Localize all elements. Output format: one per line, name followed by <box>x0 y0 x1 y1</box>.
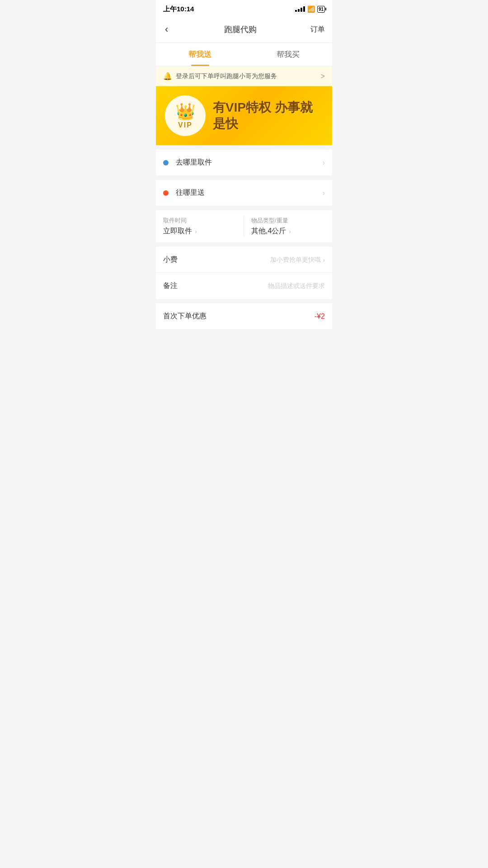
type-cell[interactable]: 物品类型/重量 其他,4公斤 › <box>244 210 332 242</box>
login-notice[interactable]: 🔔 登录后可下单呼叫跑腿小哥为您服务 > <box>156 66 332 86</box>
status-bar: 上午10:14 📶 91 <box>156 0 332 16</box>
remark-hint: 物品描述或送件要求 <box>268 282 325 290</box>
delivery-dot <box>163 190 169 196</box>
pickup-label: 去哪里取件 <box>176 158 323 167</box>
time-arrow: › <box>195 228 197 235</box>
page-title: 跑腿代购 <box>224 24 257 35</box>
time-value: 立即取件 <box>163 226 192 236</box>
type-arrow: › <box>289 228 291 235</box>
status-icons: 📶 91 <box>295 5 325 13</box>
crown-icon: 👑 <box>175 102 196 121</box>
remark-label: 备注 <box>163 281 178 291</box>
remark-row[interactable]: 备注 物品描述或送件要求 <box>156 273 332 299</box>
delivery-row[interactable]: 往哪里送 › <box>156 180 332 206</box>
time-label: 取件时间 <box>163 217 237 225</box>
signal-icon <box>295 6 305 12</box>
pickup-arrow: › <box>323 159 325 167</box>
fee-row[interactable]: 小费 加小费抢单更快哦 › <box>156 247 332 273</box>
vip-label: VIP <box>178 121 192 129</box>
tab-help-buy[interactable]: 帮我买 <box>244 43 332 66</box>
fee-arrow: › <box>323 256 325 264</box>
status-time: 上午10:14 <box>163 5 194 14</box>
split-row: 取件时间 立即取件 › 物品类型/重量 其他,4公斤 › <box>156 210 332 242</box>
type-value: 其他,4公斤 <box>251 226 286 236</box>
vip-slogan: 有VIP特权 办事就是快 <box>213 99 323 132</box>
vip-circle: 👑 VIP <box>165 95 206 136</box>
back-button[interactable]: ‹ <box>163 22 170 37</box>
time-cell[interactable]: 取件时间 立即取件 › <box>156 210 244 242</box>
discount-value: -¥2 <box>314 312 325 321</box>
discount-label: 首次下单优惠 <box>163 311 206 321</box>
fee-label: 小费 <box>163 255 178 264</box>
pickup-row[interactable]: 去哪里取件 › <box>156 150 332 175</box>
fee-hint-text: 加小费抢单更快哦 <box>270 256 321 264</box>
delivery-section: 往哪里送 › <box>156 180 332 206</box>
wifi-icon: 📶 <box>307 5 315 13</box>
battery-icon: 91 <box>317 6 325 13</box>
type-label: 物品类型/重量 <box>251 217 325 225</box>
header: ‹ 跑腿代购 订单 <box>156 16 332 43</box>
discount-section: 首次下单优惠 -¥2 <box>156 303 332 329</box>
fee-remark-section: 小费 加小费抢单更快哦 › 备注 物品描述或送件要求 <box>156 247 332 299</box>
notice-text: 登录后可下单呼叫跑腿小哥为您服务 <box>176 72 277 80</box>
vip-banner[interactable]: 👑 VIP 有VIP特权 办事就是快 <box>156 86 332 145</box>
delivery-label: 往哪里送 <box>176 188 323 198</box>
tab-bar: 帮我送 帮我买 <box>156 43 332 66</box>
orders-button[interactable]: 订单 <box>310 25 325 34</box>
discount-row: 首次下单优惠 -¥2 <box>156 303 332 329</box>
notice-arrow: > <box>321 72 325 80</box>
pickup-dot <box>163 160 169 165</box>
tab-help-send[interactable]: 帮我送 <box>156 43 244 66</box>
pickup-section: 去哪里取件 › <box>156 150 332 175</box>
bell-icon: 🔔 <box>163 72 172 80</box>
delivery-arrow: › <box>323 189 325 197</box>
